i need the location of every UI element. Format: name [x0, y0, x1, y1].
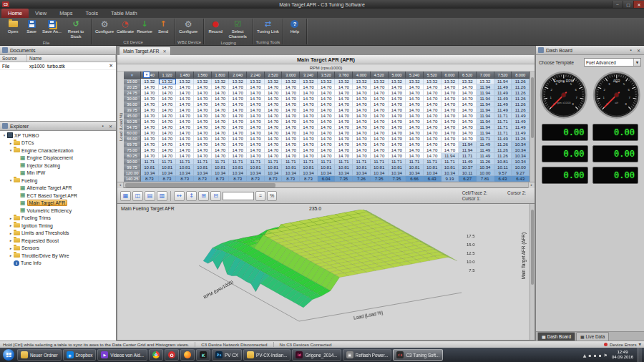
afr-cell[interactable]: 11.26 [494, 147, 512, 153]
fill-columns-button[interactable]: ▥ [157, 191, 167, 201]
afr-cell[interactable]: 14.70 [300, 102, 318, 107]
afr-cell[interactable]: 11.71 [371, 159, 389, 165]
taskbar-item-opera[interactable]: O [165, 349, 179, 361]
tray-icon-b-icon[interactable]: ▪ [593, 353, 596, 358]
table-vertical-scrollbar[interactable] [530, 72, 535, 182]
afr-cell[interactable]: 14.70 [335, 136, 353, 142]
afr-cell[interactable]: 14.70 [441, 147, 459, 153]
afr-cell[interactable]: 11.94 [477, 119, 494, 124]
afr-cell[interactable]: 11.26 [494, 142, 512, 147]
afr-cell[interactable]: 14.70 [247, 107, 265, 113]
afr-cell[interactable]: 14.70 [406, 119, 424, 124]
afr-cell[interactable]: 14.70 [371, 124, 389, 130]
close-icon[interactable]: ✕ [107, 123, 114, 129]
afr-cell[interactable]: 14.70 [353, 153, 371, 159]
configure-button[interactable]: ⚙Configure [94, 19, 115, 35]
afr-cell[interactable]: 14.70 [194, 130, 212, 136]
afr-cell[interactable]: 11.49 [459, 159, 477, 165]
afr-cell[interactable]: 10.57 [459, 165, 477, 170]
rpm-column-header[interactable]: 7.000 [477, 72, 494, 79]
device-errors-button[interactable]: Device Errors ▼ [604, 342, 641, 347]
load-row-header[interactable]: 20.25 [124, 84, 141, 90]
afr-cell[interactable]: 14.70 [229, 119, 247, 124]
afr-cell[interactable]: 14.70 [371, 142, 389, 147]
afr-cell[interactable]: 14.70 [335, 124, 353, 130]
afr-cell[interactable]: 14.70 [159, 107, 177, 113]
afr-cell[interactable]: 14.70 [441, 142, 459, 147]
afr-cell[interactable]: 11.26 [512, 102, 530, 107]
tree-expander-icon[interactable]: ▸ [8, 223, 14, 228]
afr-cell[interactable]: 7.26 [353, 176, 371, 182]
afr-cell[interactable]: 14.70 [371, 153, 389, 159]
afr-cell[interactable]: 14.70 [176, 119, 194, 124]
afr-cell[interactable]: 14.70 [441, 130, 459, 136]
afr-cell[interactable]: 14.70 [141, 130, 159, 136]
load-row-header[interactable]: 75.00 [124, 147, 141, 153]
afr-cell[interactable]: 9.19 [441, 176, 459, 182]
afr-cell[interactable]: 13.32 [459, 79, 477, 84]
afr-cell[interactable]: 10.81 [300, 165, 318, 170]
afr-cell[interactable]: 6.27 [459, 176, 477, 182]
afr-cell[interactable]: 14.70 [424, 90, 441, 96]
afr-cell[interactable]: 14.70 [406, 90, 424, 96]
afr-cell[interactable]: 11.94 [459, 142, 477, 147]
afr-cell[interactable]: 14.70 [141, 90, 159, 96]
receive-button[interactable]: ↓Receive [135, 19, 154, 35]
afr-cell[interactable]: 14.70 [265, 90, 283, 96]
afr-cell[interactable]: 14.70 [318, 102, 336, 107]
tab-close-icon[interactable]: ✕ [163, 49, 167, 54]
afr-cell[interactable]: 10.81 [282, 165, 300, 170]
afr-cell[interactable]: 14.70 [300, 147, 318, 153]
afr-cell[interactable]: 14.70 [194, 124, 212, 130]
afr-cell[interactable]: 14.70 [159, 96, 177, 102]
afr-cell[interactable]: 11.26 [512, 79, 530, 84]
rpm-column-header[interactable]: 3.000 [282, 72, 300, 79]
afr-cell[interactable]: 7.81 [477, 176, 494, 182]
afr-cell[interactable]: 14.70 [371, 107, 389, 113]
afr-cell[interactable]: 14.70 [459, 113, 477, 119]
afr-cell[interactable]: 14.70 [353, 96, 371, 102]
afr-cell[interactable]: 14.70 [229, 102, 247, 107]
afr-cell[interactable]: 14.70 [441, 113, 459, 119]
afr-cell[interactable]: 14.70 [459, 119, 477, 124]
save-button[interactable]: Save [22, 19, 41, 35]
afr-cell[interactable]: 14.70 [229, 84, 247, 90]
afr-cell[interactable]: 11.71 [459, 153, 477, 159]
rpm-column-header[interactable]: 3.760 [335, 72, 353, 79]
afr-cell[interactable]: 14.70 [282, 96, 300, 102]
afr-cell[interactable]: 14.70 [282, 102, 300, 107]
afr-cell[interactable]: 10.81 [406, 165, 424, 170]
afr-cell[interactable]: 13.32 [141, 79, 159, 84]
rpm-column-header[interactable]: 6.000 [441, 72, 459, 79]
afr-cell[interactable]: 10.11 [494, 165, 512, 170]
afr-cell[interactable]: 10.81 [194, 165, 212, 170]
tree-expander-icon[interactable]: ▾ [8, 178, 14, 182]
afr-cell[interactable]: 13.32 [194, 79, 212, 84]
afr-cell[interactable]: 14.70 [141, 119, 159, 124]
afr-cell[interactable]: 10.81 [318, 165, 336, 170]
load-row-header[interactable]: 60.00 [124, 130, 141, 136]
afr-cell[interactable]: 14.70 [318, 84, 336, 90]
afr-cell[interactable]: 14.70 [371, 90, 389, 96]
afr-cell[interactable]: 14.70 [424, 130, 441, 136]
rpm-column-header[interactable]: 7.520 [494, 72, 512, 79]
afr-cell[interactable]: 14.70 [229, 147, 247, 153]
afr-cell[interactable]: 14.70 [371, 96, 389, 102]
afr-cell[interactable]: 14.70 [406, 102, 424, 107]
ribbon-tab-home[interactable]: Home [1, 9, 29, 18]
afr-cell[interactable]: 13.32 [282, 79, 300, 84]
afr-cell[interactable]: 14.70 [353, 119, 371, 124]
document-row[interactable]: Filexp1000_turbo.stk✕ [0, 62, 116, 70]
afr-cell[interactable]: 10.34 [265, 170, 283, 176]
grid-corner[interactable]: ▼ [124, 72, 141, 79]
afr-cell[interactable]: 7.35 [389, 176, 406, 182]
afr-cell[interactable]: 14.70 [229, 142, 247, 147]
plot-vertical-scrollbar[interactable] [530, 204, 535, 340]
afr-cell[interactable]: 9.57 [494, 170, 512, 176]
tree-item-limits-and-thresholds[interactable]: ▸Limits and Thresholds [0, 230, 116, 238]
afr-cell[interactable]: 14.70 [247, 153, 265, 159]
afr-cell[interactable]: 14.70 [389, 119, 406, 124]
afr-cell[interactable]: 14.70 [212, 96, 230, 102]
show-hidden-icons-icon[interactable]: ▲ [583, 353, 587, 358]
afr-cell[interactable]: 10.34 [441, 170, 459, 176]
